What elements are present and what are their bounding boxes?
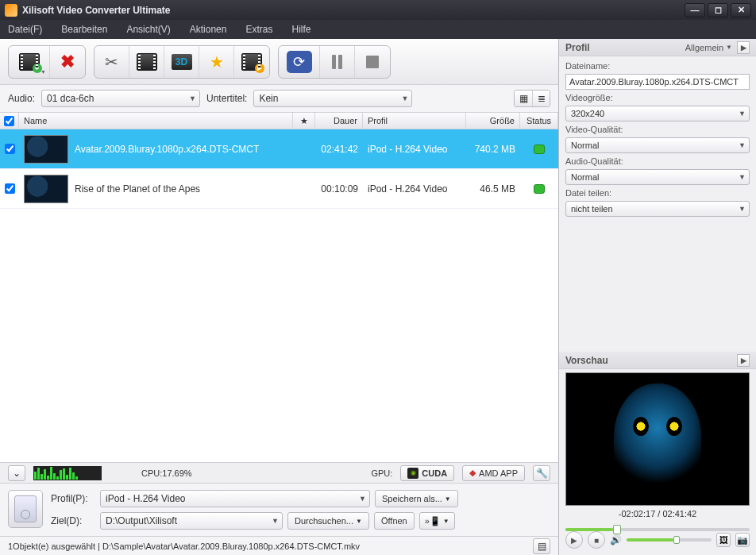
view-list-button[interactable]: ≣ bbox=[532, 91, 550, 106]
convert-button[interactable]: ⟳ bbox=[279, 46, 320, 78]
film-edit-icon bbox=[137, 53, 157, 71]
merge-button[interactable]: ► bbox=[234, 46, 269, 78]
cpu-label: CPU:17.69% bbox=[141, 468, 192, 478]
table-row[interactable]: Rise of the Planet of the Apes00:10:09iP… bbox=[0, 169, 558, 209]
table-header: Name ★ Dauer Profil Größe Status bbox=[0, 112, 558, 129]
preview-controls: ▶ ■ 🔊 🖼 📷 bbox=[559, 531, 756, 555]
file-duration: 02:41:42 bbox=[315, 129, 363, 168]
preview-stop-button[interactable]: ■ bbox=[588, 531, 605, 549]
edit-video-button[interactable] bbox=[129, 46, 164, 78]
row-checkbox[interactable] bbox=[5, 183, 15, 194]
status-bar: 1Objekt(e) ausgewählt | D:\Sample\Avatar… bbox=[0, 536, 558, 555]
profile-tab-allgemein[interactable]: Allgemein▼ bbox=[685, 43, 732, 52]
view-toggle: ▦ ≣ bbox=[514, 90, 550, 107]
col-duration[interactable]: Dauer bbox=[315, 113, 363, 129]
volume-icon[interactable]: 🔊 bbox=[610, 534, 622, 545]
menu-view[interactable]: Ansicht(V) bbox=[126, 24, 170, 35]
3d-button[interactable]: 3D bbox=[164, 46, 199, 78]
effects-button[interactable]: ★ bbox=[199, 46, 234, 78]
cpu-gpu-bar: ⌄ CPU:17.69% GPU: ◉CUDA ◆AMD APP 🔧 bbox=[0, 462, 558, 483]
menu-edit[interactable]: Bearbeiten bbox=[61, 24, 107, 35]
col-profile[interactable]: Profil bbox=[363, 113, 466, 129]
file-duration: 00:10:09 bbox=[315, 169, 363, 208]
browse-button[interactable]: Durchsuchen...▼ bbox=[287, 512, 369, 530]
cuda-button[interactable]: ◉CUDA bbox=[400, 465, 454, 481]
view-grid-button[interactable]: ▦ bbox=[515, 91, 532, 106]
volume-slider[interactable] bbox=[627, 538, 712, 542]
col-size[interactable]: Größe bbox=[466, 113, 520, 129]
audio-select[interactable]: 01 dca-6ch▼ bbox=[41, 90, 200, 107]
minimize-button[interactable]: — bbox=[685, 3, 705, 17]
split-select[interactable]: nicht teilen▼ bbox=[565, 201, 750, 217]
preview-frame bbox=[614, 383, 701, 495]
right-panel: Profil Allgemein▼ ▶ Dateiname: Avatar.20… bbox=[559, 39, 756, 555]
menu-bar: Datei(F) Bearbeiten Ansicht(V) Aktionen … bbox=[0, 20, 756, 39]
amd-icon: ◆ bbox=[469, 468, 476, 478]
profile-expand-button[interactable]: ▶ bbox=[737, 41, 750, 54]
profile-label: Profil(P): bbox=[51, 493, 95, 504]
status-indicator bbox=[534, 145, 545, 154]
film-merge-icon: ► bbox=[241, 53, 262, 71]
cut-button[interactable]: ✂ bbox=[94, 46, 129, 78]
preview-play-button[interactable]: ▶ bbox=[565, 531, 583, 549]
audioquality-select[interactable]: Normal▼ bbox=[565, 169, 750, 185]
file-name: Avatar.2009.Bluray.1080p.x264.DTS-CMCT bbox=[75, 144, 259, 155]
preview-seek[interactable] bbox=[565, 528, 750, 531]
thumbnail-icon bbox=[24, 175, 68, 203]
preview-expand-button[interactable]: ▶ bbox=[737, 354, 750, 367]
transfer-button[interactable]: »📱▼ bbox=[419, 512, 455, 530]
pause-button[interactable] bbox=[320, 46, 355, 78]
videoquality-select[interactable]: Normal▼ bbox=[565, 137, 750, 153]
add-file-button[interactable]: +▼ bbox=[9, 46, 50, 78]
star-icon: ★ bbox=[210, 52, 224, 71]
amd-button[interactable]: ◆AMD APP bbox=[462, 465, 525, 481]
delete-button[interactable]: ✖ bbox=[50, 46, 85, 78]
maximize-button[interactable]: ◻ bbox=[708, 3, 728, 17]
stop-button[interactable] bbox=[355, 46, 390, 78]
pause-icon bbox=[332, 55, 342, 69]
snapshot-button[interactable]: 📷 bbox=[735, 533, 750, 547]
nvidia-icon: ◉ bbox=[407, 468, 418, 479]
subtitle-select[interactable]: Kein▼ bbox=[253, 90, 412, 107]
delete-icon: ✖ bbox=[60, 52, 75, 72]
split-label: Datei teilen: bbox=[565, 188, 750, 198]
col-name[interactable]: Name bbox=[19, 113, 293, 129]
table-row[interactable]: Avatar.2009.Bluray.1080p.x264.DTS-CMCT02… bbox=[0, 129, 558, 169]
close-button[interactable]: ✕ bbox=[731, 3, 751, 17]
profile-panel-header: Profil Allgemein▼ ▶ bbox=[559, 39, 756, 56]
menu-actions[interactable]: Aktionen bbox=[190, 24, 227, 35]
app-logo-icon bbox=[5, 4, 17, 17]
save-profile-button[interactable]: Speichern als...▼ bbox=[375, 490, 458, 507]
preview-video[interactable] bbox=[565, 372, 750, 506]
main-toolbar: +▼ ✖ ✂ 3D ★ ► ⟳ bbox=[0, 39, 558, 85]
subtitle-label: Untertitel: bbox=[206, 93, 247, 104]
3d-icon: 3D bbox=[172, 54, 192, 70]
device-icon bbox=[8, 490, 43, 528]
open-dest-button[interactable]: Öffnen bbox=[374, 512, 415, 530]
scissors-icon: ✂ bbox=[105, 52, 118, 71]
menu-help[interactable]: Hilfe bbox=[291, 24, 310, 35]
filename-field[interactable]: Avatar.2009.Bluray.1080p.x264.DTS-CMCT bbox=[565, 74, 750, 90]
menu-file[interactable]: Datei(F) bbox=[8, 24, 42, 35]
collapse-cpu-button[interactable]: ⌄ bbox=[8, 465, 25, 481]
dest-select[interactable]: D:\Output\Xilisoft▼ bbox=[100, 512, 283, 530]
profile-destination-box: Profil(P): iPod - H.264 Video▼ Speichern… bbox=[0, 483, 558, 536]
audio-label: Audio: bbox=[8, 93, 35, 104]
col-status[interactable]: Status bbox=[520, 113, 558, 129]
profile-select[interactable]: iPod - H.264 Video▼ bbox=[100, 490, 370, 507]
col-star[interactable]: ★ bbox=[293, 113, 315, 129]
col-check[interactable] bbox=[0, 113, 19, 129]
menu-extras[interactable]: Extras bbox=[245, 24, 272, 35]
cpu-spectrum bbox=[33, 466, 102, 480]
row-checkbox[interactable] bbox=[5, 144, 15, 154]
file-profile: iPod - H.264 Video bbox=[363, 169, 466, 208]
videosize-select[interactable]: 320x240▼ bbox=[565, 106, 750, 121]
videoquality-label: Video-Qualität: bbox=[565, 125, 750, 134]
audio-subtitle-row: Audio: 01 dca-6ch▼ Untertitel: Kein▼ ▦ ≣ bbox=[0, 85, 558, 112]
dest-label: Ziel(D): bbox=[51, 515, 95, 526]
snapshot-view-button[interactable]: 🖼 bbox=[716, 533, 731, 547]
app-title: Xilisoft Video Converter Ultimate bbox=[22, 5, 171, 16]
report-button[interactable]: ▤ bbox=[533, 538, 550, 554]
file-size: 740.2 MB bbox=[466, 129, 520, 168]
gpu-settings-button[interactable]: 🔧 bbox=[533, 465, 550, 481]
